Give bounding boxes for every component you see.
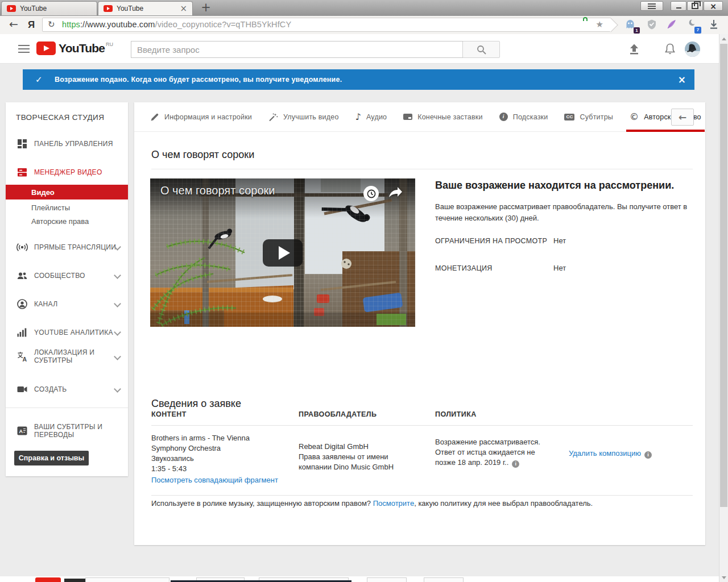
search-icon <box>477 45 486 55</box>
magic-wand-icon <box>268 113 278 122</box>
sidebar-item-live-streams[interactable]: ПРЯМЫЕ ТРАНСЛЯЦИИ <box>6 239 128 255</box>
tab-audio[interactable]: ♪ Аудио <box>355 102 387 132</box>
footnote-text: Используете в ролике музыку, защищенную … <box>151 499 373 508</box>
player-overlay-title: О чем говорят сороки <box>160 184 275 197</box>
info-icon[interactable]: i <box>644 451 652 459</box>
tab-end-screens[interactable]: Конечные заставки <box>403 102 482 132</box>
url-path: /video_copynotice?v=qTHB5YkHfCY <box>155 20 292 29</box>
hamburger-menu-icon[interactable] <box>18 45 30 46</box>
sidebar-divider <box>6 408 128 408</box>
footer-dropdown[interactable] <box>367 577 407 582</box>
browser-back-icon[interactable]: ← <box>9 18 18 30</box>
bookmark-star-icon[interactable]: ★ <box>596 19 603 30</box>
owner-name: Rebeat Digital GmbH <box>299 442 421 452</box>
owner-cell: Rebeat Digital GmbH Права заявлены от им… <box>299 433 435 485</box>
scrollbar-up-arrow[interactable] <box>719 34 728 43</box>
channel-icon <box>16 298 28 310</box>
tab-enhance-video[interactable]: Улучшить видео <box>268 102 339 132</box>
help-feedback-button[interactable]: Справка и отзывы <box>14 451 89 465</box>
extension-badge: 7 <box>694 27 701 34</box>
youtube-logo-text: YouTube <box>59 41 105 55</box>
cc-icon: CC <box>564 114 574 120</box>
monetization-value: Нет <box>553 264 566 272</box>
search-button[interactable] <box>462 41 500 58</box>
tab-subtitles[interactable]: CC Субтитры <box>564 102 613 132</box>
maximize-button[interactable] <box>687 1 703 11</box>
avatar[interactable] <box>685 41 700 57</box>
night-mode-extension-icon[interactable]: 7 <box>686 19 700 32</box>
sidebar-item-label: СООБЩЕСТВО <box>34 272 85 280</box>
footer-dropdown[interactable] <box>85 577 169 582</box>
url-bar[interactable]: ↻ https://www.youtube.com/video_copynoti… <box>42 18 611 32</box>
creator-studio-sidebar: ТВОРЧЕСКАЯ СТУДИЯ ПАНЕЛЬ УПРАВЛЕНИЯ МЕНЕ… <box>6 102 128 476</box>
tab-title: YouTube <box>20 5 47 13</box>
column-owner: ПРАВООБЛАДАТЕЛЬ <box>299 410 435 418</box>
remove-composition-link[interactable]: Удалить композицию <box>569 449 641 458</box>
url-scheme: https <box>62 20 80 29</box>
window-close-button[interactable]: × <box>704 1 723 11</box>
footer-dropdown[interactable] <box>424 577 464 582</box>
ghost-extension-icon[interactable]: 1 <box>624 19 638 32</box>
sidebar-item-localization[interactable]: A ЛОКАЛИЗАЦИЯ И СУБТИТРЫ <box>6 345 128 368</box>
tab-list-button[interactable] <box>640 1 663 11</box>
content-title: Brothers in arms - The Vienna Symphony O… <box>151 433 285 454</box>
reload-icon[interactable]: ↻ <box>48 19 55 30</box>
sidebar-item-create[interactable]: СОЗДАТЬ <box>6 381 128 397</box>
tab-label: Подсказки <box>513 113 548 121</box>
extension-badge: 1 <box>634 27 640 34</box>
sidebar-item-your-subtitles[interactable]: A ВАШИ СУБТИТРЫ И ПЕРЕВОДЫ <box>6 419 128 442</box>
claim-table-header: КОНТЕНТ ПРАВООБЛАДАТЕЛЬ ПОЛИТИКА <box>151 410 693 426</box>
minimize-button[interactable] <box>671 1 686 11</box>
tab-close-icon[interactable]: × <box>180 5 187 13</box>
scrollbar[interactable] <box>719 34 728 582</box>
watch-later-icon[interactable] <box>363 186 379 201</box>
copyright-icon: © <box>630 113 639 122</box>
claim-details-heading: Сведения о заявке <box>151 398 241 410</box>
view-matching-segment-link[interactable]: Посмотреть совпадающий фрагмент <box>151 476 278 484</box>
sidebar-subitem-copyright[interactable]: Авторские права <box>6 214 128 228</box>
youtube-logo[interactable]: YouTube RU <box>36 41 113 55</box>
sidebar-item-video-manager[interactable]: МЕНЕДЖЕР ВИДЕО <box>6 164 128 180</box>
info-icon[interactable]: i <box>512 460 519 468</box>
tab-info-settings[interactable]: Информация и настройки <box>150 102 252 132</box>
new-tab-button[interactable]: + <box>198 0 213 15</box>
yandex-browser-icon[interactable]: Я <box>28 19 35 31</box>
column-actions <box>569 410 693 418</box>
video-page-title: О чем говорят сороки <box>151 149 254 161</box>
banner-close-icon[interactable]: × <box>678 74 686 85</box>
upload-icon[interactable] <box>628 43 640 57</box>
return-back-button[interactable]: ← <box>671 109 694 126</box>
monetization-label: МОНЕТИЗАЦИЯ <box>435 264 553 272</box>
download-icon[interactable] <box>708 19 722 32</box>
dispute-status-body: Ваше возражение рассматривает правооблад… <box>435 201 692 224</box>
pencil-icon <box>150 113 159 122</box>
footnote-link[interactable]: Посмотрите <box>373 499 414 508</box>
sidebar-item-analytics[interactable]: YOUTUBE АНАЛИТИКА <box>6 325 128 340</box>
sidebar-item-dashboard[interactable]: ПАНЕЛЬ УПРАВЛЕНИЯ <box>6 136 128 152</box>
sidebar-item-label: КАНАЛ <box>34 300 57 308</box>
page-footer-partial <box>0 576 719 582</box>
translate-icon: A <box>16 351 28 362</box>
sidebar-subitem-playlists[interactable]: Плейлисты <box>6 201 128 214</box>
sidebar-item-label: ПАНЕЛЬ УПРАВЛЕНИЯ <box>34 140 113 148</box>
browser-tab-1[interactable]: YouTube <box>1 1 97 15</box>
sidebar-item-channel[interactable]: КАНАЛ <box>6 296 128 312</box>
scrollbar-down-arrow[interactable] <box>719 573 728 582</box>
tab-cards[interactable]: i Подсказки <box>499 102 548 132</box>
scrollbar-thumb[interactable] <box>720 44 727 507</box>
monetization-row: МОНЕТИЗАЦИЯ Нет <box>435 264 566 272</box>
sidebar-item-community[interactable]: СООБЩЕСТВО <box>6 268 128 284</box>
content-timecodes: 1:35 - 5:43 <box>151 464 285 474</box>
share-icon[interactable] <box>388 186 403 200</box>
sidebar-subitem-video[interactable]: Видео <box>6 185 128 199</box>
play-button[interactable] <box>263 239 303 267</box>
sidebar-item-label: МЕНЕДЖЕР ВИДЕО <box>34 168 102 176</box>
feather-extension-icon[interactable] <box>666 19 680 32</box>
shield-extension-icon[interactable] <box>646 19 660 32</box>
video-player[interactable]: О чем говорят сороки <box>150 178 415 327</box>
browser-tab-2[interactable]: YouTube × <box>98 1 193 15</box>
notifications-bell-icon[interactable] <box>664 43 676 57</box>
action-cell: Удалить композициюi <box>569 433 693 485</box>
search-input[interactable] <box>131 41 463 58</box>
chevron-down-icon <box>114 385 121 393</box>
